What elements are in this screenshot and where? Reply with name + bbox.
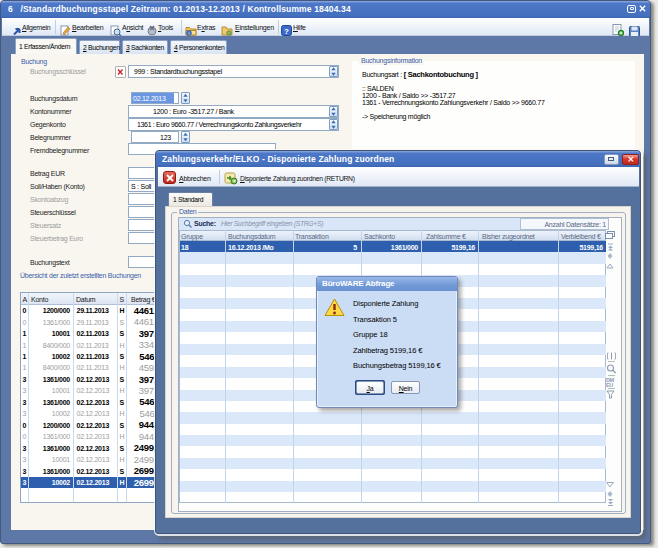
svg-text:?: ?	[284, 27, 289, 36]
